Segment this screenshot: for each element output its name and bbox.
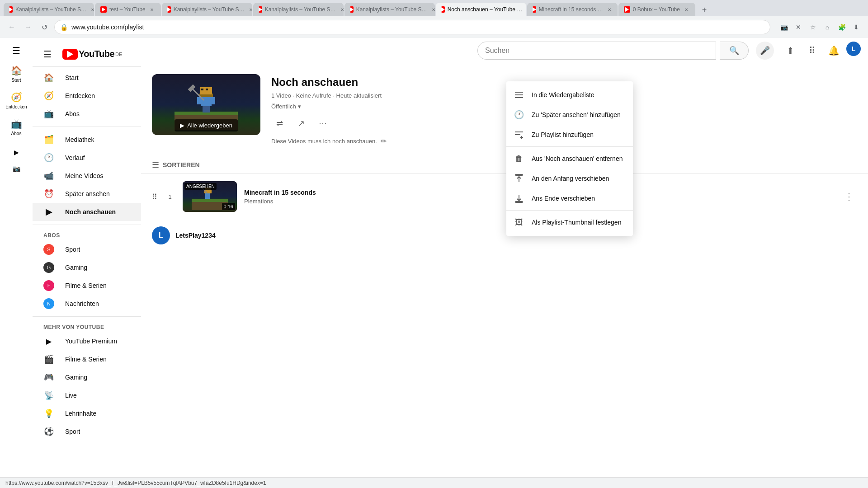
yt-logo[interactable]: YouTubeDE [62,49,122,60]
sidebar-item-history[interactable]: 🕐 Verlauf [33,149,141,167]
tab-close-8[interactable]: ✕ [683,6,690,13]
sidebar-item-my-videos[interactable]: 📹 Meine Videos [33,167,141,185]
browser-tab-6[interactable]: Noch anschauen – YouTube … ✕ [436,3,526,16]
sidebar-item-filme2[interactable]: 🎬 Filme & Serien [33,350,141,368]
tab-close-3[interactable]: ✕ [247,6,252,13]
sort-bar: ☰ SORTIEREN [141,156,868,174]
play-all-button[interactable]: ▶ Alle wiedergeben [175,119,238,131]
playlist-visibility[interactable]: Öffentlich ▾ [271,103,301,110]
context-menu-item-add-playlist[interactable]: Zu Playlist hinzufügen [506,125,633,145]
contributor-name[interactable]: LetsPlay1234 [175,232,216,239]
tab-close-6[interactable]: ✕ [525,6,526,13]
divider-1 [33,127,141,127]
context-menu-item-remove[interactable]: 🗑 Aus 'Noch anschauen' entfernen [506,149,633,169]
sidebar-item-sport[interactable]: S Sport [33,240,141,258]
sidebar-hamburger[interactable]: ☰ [40,45,55,63]
sidebar-item-home[interactable]: 🏠 Start [33,69,141,87]
tab-close-4[interactable]: ✕ [339,6,344,13]
sidebar-narrow-item-ig[interactable]: 📷 [2,161,31,176]
notifications-button[interactable]: 🔔 [825,42,843,60]
tab-close-2[interactable]: ✕ [148,6,156,13]
sidebar-item-yt-premium[interactable]: ▶ YouTube Premium [33,332,141,350]
sidebar-item-sport2[interactable]: ⚽ Sport [33,422,141,441]
drag-handle[interactable]: ⠿ [152,192,157,201]
tab-close-1[interactable]: ✕ [89,6,94,13]
sidebar-item-filme[interactable]: F Filme & Serien [33,277,141,295]
browser-tab-7[interactable]: Minecraft in 15 seconds … ✕ [527,3,618,16]
avatar-button[interactable]: L [846,42,861,56]
sidebar-item-library[interactable]: 🗂️ Mediathek [33,131,141,149]
sidebar-narrow-item-home[interactable]: 🏠 Start [2,61,31,86]
move-top-icon [514,173,524,184]
address-bar[interactable]: 🔒 www.youtube.com/playlist [54,20,770,34]
tab-close-5[interactable]: ✕ [430,6,435,13]
apps-button[interactable]: ⠿ [803,42,821,60]
more-button[interactable]: ⋯ [315,115,331,131]
download-icon[interactable]: ⬇ [850,21,863,33]
sidebar-item-live[interactable]: 📡 Live [33,386,141,404]
new-tab-button[interactable]: + [698,4,711,16]
tab-favicon-8 [624,6,630,13]
sidebar-item-my-videos-label: Meine Videos [65,172,104,179]
sidebar-item-gaming[interactable]: G Gaming [33,258,141,277]
sidebar-narrow-hamburger[interactable]: ☰ [2,42,31,60]
context-menu-item-watch-later[interactable]: 🕐 Zu 'Später ansehen' hinzufügen [506,105,633,125]
sidebar-item-nachrichten[interactable]: N Nachrichten [33,295,141,313]
mic-button[interactable]: 🎤 [756,42,774,60]
contributor-section: L LetsPlay1234 [141,219,868,252]
tab-bar: Kanalplaylists – YouTube S… ✕ test – You… [0,0,868,16]
bookmark-icon[interactable]: ☆ [807,21,819,33]
visibility-text: Öffentlich [271,103,296,110]
forward-button[interactable]: → [22,21,34,33]
share-button[interactable]: ↗ [293,115,309,131]
sidebar-item-explore[interactable]: 🧭 Entdecken [33,87,141,105]
browser-tab-1[interactable]: Kanalplaylists – YouTube S… ✕ [4,3,94,16]
tab-title-8: 0 Bobux – YouTube [633,6,680,13]
search-input[interactable] [477,42,716,60]
context-menu-item-add-queue[interactable]: In die Wiedergabeliste [506,85,633,105]
browser-tab-4[interactable]: Kanalplaylists – YouTube S… ✕ [253,3,344,16]
gaming2-icon: 🎮 [43,372,54,383]
table-row: ⠿ 1 [141,178,868,216]
lock-icon: 🔒 [60,23,68,31]
explore-icon: 🧭 [43,90,54,101]
playlist-thumbnail[interactable]: ▶ Alle wiedergeben [152,74,260,135]
filme2-icon: 🎬 [43,354,54,365]
upload-button[interactable]: ⬆ [781,42,799,60]
extension-icon[interactable]: 🧩 [835,21,848,33]
context-menu-item-thumbnail[interactable]: 🖼 Als Playlist-Thumbnail festlegen [506,212,633,232]
sidebar-narrow-item-explore[interactable]: 🧭 Entdecken [2,88,31,113]
video-thumbnail[interactable]: ANGESEHEN 0:16 [183,181,237,212]
sidebar-item-watch-later[interactable]: ⏰ Später ansehen [33,185,141,203]
browser-tab-8[interactable]: 0 Bobux – YouTube ✕ [618,3,695,16]
home-icon[interactable]: ⌂ [821,21,834,33]
sidebar-narrow-item-yt[interactable]: ▶ [2,145,31,160]
context-menu-item-move-top[interactable]: An den Anfang verschieben [506,169,633,188]
shuffle-button[interactable]: ⇌ [271,115,288,131]
search-button[interactable]: 🔍 [720,42,749,60]
sidebar-narrow-item-subs[interactable]: 📺 Abos [2,115,31,140]
tab-favicon-3 [167,6,171,13]
reload-button[interactable]: ↺ [38,21,51,33]
context-menu-remove-label: Aus 'Noch anschauen' entfernen [532,155,623,162]
add-queue-icon [514,89,524,100]
sidebar-item-lehrinhalte[interactable]: 💡 Lehrinhalte [33,404,141,422]
browser-tab-3[interactable]: Kanalplaylists – YouTube S… ✕ [162,3,252,16]
svg-rect-9 [201,89,203,90]
edit-description-button[interactable]: ✏ [381,137,387,145]
back-button[interactable]: ← [5,21,18,33]
screenshot-icon[interactable]: 📷 [778,21,790,33]
browser-tab-2[interactable]: test – YouTube ✕ [95,3,161,16]
sidebar-item-noch-anschauen[interactable]: ▶ Noch anschauen [33,203,141,221]
sidebar-narrow-explore-label: Entdecken [5,104,27,109]
context-menu-item-move-bottom[interactable]: Ans Ende verschieben [506,188,633,208]
video-menu-button[interactable]: ⋮ [841,188,857,205]
tab-close-7[interactable]: ✕ [606,6,613,13]
status-url: https://www.youtube.com/watch?v=15Bxsv_T… [5,480,266,486]
sort-label[interactable]: SORTIEREN [163,161,200,169]
close-icon[interactable]: ✕ [792,21,805,33]
tab-title-4: Kanalplaylists – YouTube S… [265,6,336,13]
sidebar-item-subs[interactable]: 📺 Abos [33,105,141,123]
sidebar-item-gaming2[interactable]: 🎮 Gaming [33,368,141,386]
browser-tab-5[interactable]: Kanalplaylists – YouTube S… ✕ [344,3,435,16]
